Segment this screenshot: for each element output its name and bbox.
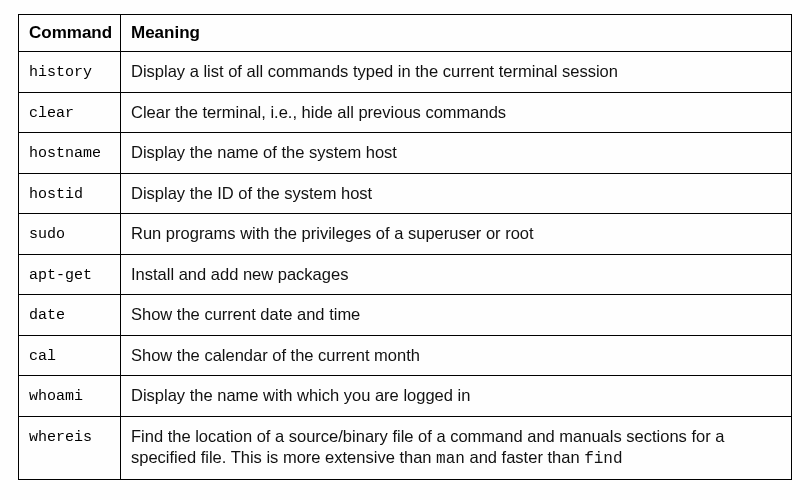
command-cell: whoami bbox=[19, 376, 121, 417]
meaning-cell: Display the name of the system host bbox=[121, 133, 792, 174]
command-cell: whereis bbox=[19, 416, 121, 479]
table-header-row: Command Meaning bbox=[19, 15, 792, 52]
table-row: hostidDisplay the ID of the system host bbox=[19, 173, 792, 214]
meaning-cell: Show the current date and time bbox=[121, 295, 792, 336]
command-cell: date bbox=[19, 295, 121, 336]
commands-table: Command Meaning historyDisplay a list of… bbox=[18, 14, 792, 480]
command-cell: hostid bbox=[19, 173, 121, 214]
command-cell: sudo bbox=[19, 214, 121, 255]
table-row: hostnameDisplay the name of the system h… bbox=[19, 133, 792, 174]
table-row: apt-getInstall and add new packages bbox=[19, 254, 792, 295]
command-cell: history bbox=[19, 52, 121, 93]
table-row: dateShow the current date and time bbox=[19, 295, 792, 336]
inline-code: man bbox=[436, 450, 465, 468]
meaning-cell: Run programs with the privileges of a su… bbox=[121, 214, 792, 255]
meaning-cell: Display the ID of the system host bbox=[121, 173, 792, 214]
header-meaning: Meaning bbox=[121, 15, 792, 52]
table-row: historyDisplay a list of all commands ty… bbox=[19, 52, 792, 93]
meaning-cell: Show the calendar of the current month bbox=[121, 335, 792, 376]
meaning-cell: Display a list of all commands typed in … bbox=[121, 52, 792, 93]
inline-code: find bbox=[584, 450, 622, 468]
table-body: historyDisplay a list of all commands ty… bbox=[19, 52, 792, 480]
table-row: whereisFind the location of a source/bin… bbox=[19, 416, 792, 479]
command-cell: clear bbox=[19, 92, 121, 133]
header-command: Command bbox=[19, 15, 121, 52]
command-cell: cal bbox=[19, 335, 121, 376]
command-cell: apt-get bbox=[19, 254, 121, 295]
table-row: sudoRun programs with the privileges of … bbox=[19, 214, 792, 255]
table-row: clearClear the terminal, i.e., hide all … bbox=[19, 92, 792, 133]
table-row: whoamiDisplay the name with which you ar… bbox=[19, 376, 792, 417]
command-cell: hostname bbox=[19, 133, 121, 174]
meaning-cell: Install and add new packages bbox=[121, 254, 792, 295]
meaning-cell: Find the location of a source/binary fil… bbox=[121, 416, 792, 479]
meaning-cell: Clear the terminal, i.e., hide all previ… bbox=[121, 92, 792, 133]
table-row: calShow the calendar of the current mont… bbox=[19, 335, 792, 376]
meaning-cell: Display the name with which you are logg… bbox=[121, 376, 792, 417]
